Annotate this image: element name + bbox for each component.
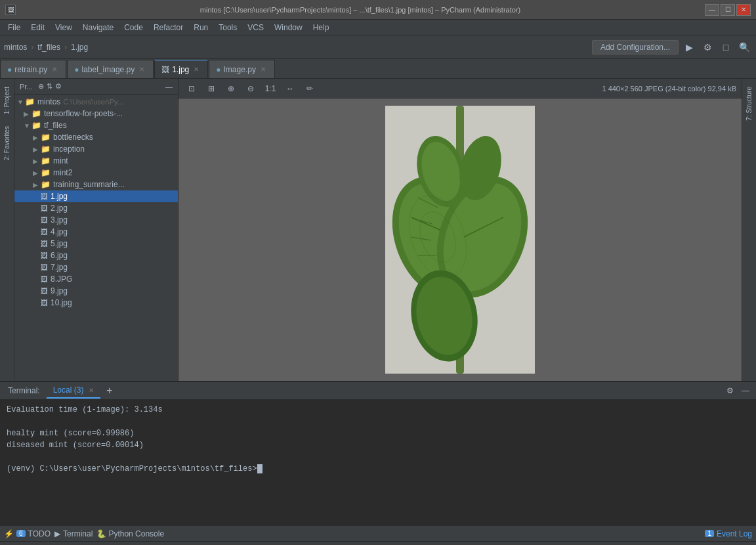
tree-node-tensorflow[interactable]: ▶ 📁 tensorflow-for-poets-... <box>14 108 178 120</box>
terminal-line-prompt: (venv) C:\Users\user\PycharmProjects\min… <box>7 463 749 475</box>
terminal-session-tab[interactable]: Local (3) ✕ <box>47 383 100 399</box>
menu-refactor[interactable]: Refactor <box>148 22 188 33</box>
tree-node-tf-files[interactable]: ▼ 📁 tf_files <box>14 120 178 131</box>
run-button[interactable]: ▶ <box>681 39 697 55</box>
menu-code[interactable]: Code <box>119 22 148 33</box>
terminal-line-healthy: healty mint (score=0.99986) <box>7 427 749 439</box>
tree-node-2jpg[interactable]: 🖼 2.jpg <box>14 202 178 214</box>
image-toolbar: ⊡ ⊞ ⊕ ⊖ 1:1 ↔ ✏ 1 440×2 560 JPEG (24-bit… <box>178 79 742 98</box>
folder-icon-tf-files: 📁 <box>32 121 41 130</box>
tab-1jpg[interactable]: 🖼 1.jpg ✕ <box>154 60 208 78</box>
breadcrumb-folder[interactable]: tf_files <box>37 43 60 52</box>
tree-node-6jpg[interactable]: 🖼 6.jpg <box>14 250 178 261</box>
image-area[interactable] <box>178 98 742 381</box>
tree-node-5jpg[interactable]: 🖼 5.jpg <box>14 238 178 250</box>
tree-node-10jpg[interactable]: 🖼 10.jpg <box>14 297 178 309</box>
menu-edit[interactable]: Edit <box>26 22 50 33</box>
terminal-content[interactable]: Evaluation time (1-image): 3.134s healty… <box>0 400 756 525</box>
terminal-minimize-icon[interactable]: — <box>739 384 752 397</box>
menu-bar: File Edit View Navigate Code Refactor Ru… <box>0 20 756 35</box>
python-console-tab[interactable]: 🐍 Python Console <box>96 529 164 538</box>
terminal-tab-close[interactable]: ✕ <box>89 387 94 394</box>
tree-node-mintos[interactable]: ▼ 📁 mintos C:\Users\user\Py... <box>14 96 178 108</box>
menu-file[interactable]: File <box>3 22 26 33</box>
menu-view[interactable]: View <box>50 22 77 33</box>
tree-node-training-summaries[interactable]: ▶ 📁 training_summarie... <box>14 179 178 190</box>
python-file-icon: ● <box>7 65 12 74</box>
settings-icon[interactable]: ⚙ <box>55 82 62 91</box>
expand-arrow-inception: ▶ <box>33 146 41 153</box>
terminal-tab-label: Terminal <box>63 529 93 538</box>
tree-node-mint2[interactable]: ▶ 📁 mint2 <box>14 167 178 179</box>
breadcrumb-project[interactable]: mintos <box>4 43 27 52</box>
collapse-icon[interactable]: ⇅ <box>47 82 52 91</box>
toolbar: mintos › tf_files › 1.jpg Add Configurat… <box>0 35 756 59</box>
tree-node-4jpg[interactable]: 🖼 4.jpg <box>14 226 178 238</box>
tree-node-1jpg[interactable]: 🖼 1.jpg <box>14 190 178 202</box>
tab-retrain-py[interactable]: ● retrain.py ✕ <box>0 60 66 78</box>
terminal-settings-icon[interactable]: ⚙ <box>723 384 736 397</box>
menu-run[interactable]: Run <box>188 22 213 33</box>
zoom-out-button[interactable]: ⊖ <box>243 81 259 96</box>
color-picker-button[interactable]: ✏ <box>302 81 318 96</box>
fit-width-button[interactable]: ↔ <box>282 81 298 96</box>
bottom-tabs-bar: ⚡ 6 TODO ▶ Terminal 🐍 Python Console 1 E… <box>0 525 756 541</box>
tab-retrain-close[interactable]: ✕ <box>50 65 59 74</box>
1to1-button[interactable]: 1:1 <box>262 81 278 96</box>
terminal-session-label: Local (3) <box>53 385 84 395</box>
hide-icon[interactable]: — <box>165 83 173 91</box>
coverage-button[interactable]: □ <box>718 39 734 55</box>
tree-node-7jpg[interactable]: 🖼 7.jpg <box>14 261 178 273</box>
menu-help[interactable]: Help <box>308 22 335 33</box>
expand-arrow-tensorflow: ▶ <box>24 110 32 118</box>
tab-label-image-py[interactable]: ● label_image.py ✕ <box>67 60 154 78</box>
tree-label-2jpg: 2.jpg <box>51 204 68 213</box>
tree-node-inception[interactable]: ▶ 📁 inception <box>14 143 178 155</box>
terminal-tabs-bar: Terminal: Local (3) ✕ + ⚙ — <box>0 381 756 400</box>
tab-label-image-label: label_image.py <box>82 65 135 74</box>
tab-image-py[interactable]: ● Image.py ✕ <box>209 60 275 78</box>
search-button[interactable]: 🔍 <box>736 39 752 55</box>
terminal-bottom-tab[interactable]: ▶ Terminal <box>54 529 93 538</box>
tree-label-9jpg: 9.jpg <box>51 286 68 295</box>
tree-label-5jpg: 5.jpg <box>51 239 68 248</box>
terminal-add-button[interactable]: + <box>103 384 116 397</box>
tree-node-9jpg[interactable]: 🖼 9.jpg <box>14 285 178 297</box>
vtab-project[interactable]: 1: Project <box>2 81 12 120</box>
add-configuration-button[interactable]: Add Configuration... <box>592 40 679 54</box>
expand-arrow-mintos: ▼ <box>17 98 25 106</box>
breadcrumb-sep2: › <box>64 43 67 52</box>
tree-node-bottlenecks[interactable]: ▶ 📁 bottlenecks <box>14 131 178 143</box>
tree-node-8jpg[interactable]: 🖼 8.JPG <box>14 273 178 285</box>
tab-image-py-close[interactable]: ✕ <box>259 65 268 74</box>
vtab-structure[interactable]: 7: Structure <box>744 81 754 126</box>
menu-navigate[interactable]: Navigate <box>77 22 119 33</box>
todo-num: ⚡ <box>4 529 14 538</box>
vtab-favorites[interactable]: 2: Favorites <box>2 121 12 165</box>
maximize-button[interactable]: ☐ <box>721 4 735 16</box>
menu-window[interactable]: Window <box>269 22 308 33</box>
project-sidebar: Pr... ⊕ ⇅ ⚙ — ▼ 📁 mintos C:\Users\user\P… <box>14 79 178 381</box>
menu-vcs[interactable]: VCS <box>242 22 269 33</box>
tab-image-py-label: Image.py <box>224 65 256 74</box>
zoom-in-button[interactable]: ⊕ <box>223 81 239 96</box>
menu-tools[interactable]: Tools <box>213 22 242 33</box>
tree-node-3jpg[interactable]: 🖼 3.jpg <box>14 214 178 226</box>
expand-arrow-bottlenecks: ▶ <box>33 134 41 141</box>
debug-button[interactable]: ⚙ <box>700 39 715 55</box>
fit-window-button[interactable]: ⊡ <box>184 81 200 96</box>
event-log-tab[interactable]: 1 Event Log <box>705 529 752 538</box>
minimize-button[interactable]: — <box>705 4 719 16</box>
add-icon[interactable]: ⊕ <box>38 82 44 91</box>
todo-tab[interactable]: ⚡ 6 TODO <box>4 529 51 538</box>
breadcrumb-file[interactable]: 1.jpg <box>71 43 88 52</box>
actual-size-button[interactable]: ⊞ <box>203 81 219 96</box>
tree-node-mint[interactable]: ▶ 📁 mint <box>14 155 178 167</box>
tree-label-mint2: mint2 <box>53 168 72 177</box>
tab-label-image-close[interactable]: ✕ <box>137 65 146 74</box>
tab-1jpg-close[interactable]: ✕ <box>192 65 201 74</box>
close-button[interactable]: ✕ <box>736 4 751 16</box>
expand-arrow-mint2: ▶ <box>33 169 41 177</box>
terminal-line-blank1 <box>7 416 749 427</box>
tab-retrain-label: retrain.py <box>14 65 47 74</box>
